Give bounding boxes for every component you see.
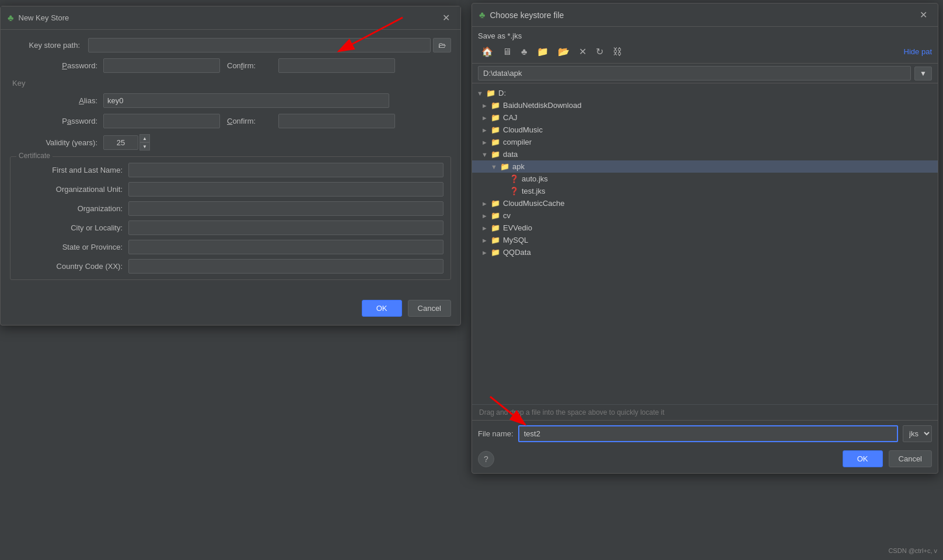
state-province-row: State or Province: (18, 240, 443, 254)
toolbar-link-button[interactable]: ⛓ (609, 44, 626, 60)
keyfile-footer: File name: jks (472, 420, 938, 447)
filename-input[interactable] (518, 425, 898, 442)
folder-icon-evvedio: 📁 (491, 223, 500, 232)
key-store-path-row: Key store path: 🗁 (10, 38, 451, 52)
tree-label-baidu: BaiduNetdiskDownload (503, 101, 581, 110)
country-code-row: Country Code (XX): (18, 259, 443, 274)
keyfile-title-left: ♣ Choose keystore file (479, 10, 564, 20)
help-button[interactable]: ? (478, 451, 494, 467)
keyfile-close-button[interactable]: ✕ (916, 8, 931, 22)
tree-item-compiler[interactable]: ► 📁 compiler (472, 136, 938, 148)
path-bar: ▼ (472, 64, 938, 83)
filename-label: File name: (478, 429, 514, 438)
keyfile-cancel-button[interactable]: Cancel (889, 450, 932, 467)
key-store-path-input[interactable] (88, 38, 431, 52)
alias-row: Alias: (10, 93, 451, 108)
chevron-caj: ► (481, 114, 491, 121)
save-as-label: Save as *.jks (472, 27, 938, 40)
tree-label-d-root: D: (498, 89, 506, 97)
country-code-label: Country Code (XX): (18, 262, 128, 271)
toolbar-home-button[interactable]: 🏠 (478, 44, 497, 60)
tree-label-cloudmusic: CloudMusic (503, 125, 543, 134)
keystore-close-button[interactable]: ✕ (439, 11, 453, 24)
keystore-footer: OK Cancel (1, 294, 460, 325)
browse-folder-button[interactable]: 🗁 (433, 38, 451, 52)
tree-item-mysql[interactable]: ► 📁 MySQL (472, 234, 938, 246)
key-confirm-label: Confirm: (220, 117, 278, 125)
keystore-ok-button[interactable]: OK (362, 300, 402, 317)
validity-input[interactable] (103, 135, 138, 150)
alias-label: Alias: (10, 96, 103, 105)
tree-label-test-jks: test.jks (522, 187, 545, 195)
android-icon-keystore: ♣ (8, 13, 14, 23)
validity-spinner-btns: ▲ ▼ (139, 134, 150, 150)
city-locality-input[interactable] (128, 220, 443, 235)
hide-path-button[interactable]: Hide pat (904, 47, 932, 56)
toolbar-refresh-button[interactable]: ↻ (592, 44, 607, 60)
folder-icon-data: 📁 (491, 150, 500, 159)
country-code-input[interactable] (128, 259, 443, 274)
folder-icon-caj: 📁 (491, 113, 500, 122)
validity-spinner: ▲ ▼ (103, 134, 150, 150)
file-tree: ▼ 📁 D: ► 📁 BaiduNetdiskDownload ► 📁 CAJ … (472, 83, 938, 404)
folder-icon-d-root: 📁 (486, 89, 495, 97)
validity-up-button[interactable]: ▲ (139, 134, 150, 142)
chevron-baidu: ► (481, 102, 491, 109)
drag-hint: Drag and drop a file into the space abov… (472, 404, 938, 420)
keyfile-dialog: ♣ Choose keystore file ✕ Save as *.jks 🏠… (472, 3, 938, 474)
toolbar-new-folder-button[interactable]: 📂 (554, 44, 573, 60)
state-province-input[interactable] (128, 240, 443, 254)
keystore-password-input[interactable] (103, 58, 220, 73)
alias-input[interactable] (103, 93, 389, 108)
validity-down-button[interactable]: ▼ (139, 142, 150, 150)
filetype-select[interactable]: jks (903, 425, 932, 442)
keyfile-dialog-title: Choose keystore file (490, 10, 564, 20)
keystore-title-bar: ♣ New Key Store ✕ (1, 6, 460, 30)
keystore-cancel-button[interactable]: Cancel (408, 300, 451, 317)
tree-item-cloudmusic[interactable]: ► 📁 CloudMusic (472, 124, 938, 136)
key-password-row: Password: Confirm: (10, 114, 451, 128)
organization-input[interactable] (128, 201, 443, 216)
validity-row: Validity (years): ▲ ▼ (10, 134, 451, 150)
tree-item-auto-jks[interactable]: ► ❓ auto.jks (472, 173, 938, 185)
key-password-input[interactable] (103, 114, 220, 128)
organization-row: Organization: (18, 201, 443, 216)
certificate-section: Certificate First and Last Name: Organiz… (10, 156, 451, 280)
folder-icon-mysql: 📁 (491, 236, 500, 244)
keystore-password-label: Password: (10, 61, 103, 70)
tree-item-cloudmusiccache[interactable]: ► 📁 CloudMusicCache (472, 197, 938, 209)
tree-item-apk[interactable]: ▼ 📁 apk (472, 160, 938, 173)
tree-item-caj[interactable]: ► 📁 CAJ (472, 111, 938, 124)
toolbar-folder-button[interactable]: 📁 (533, 44, 552, 60)
city-locality-row: City or Locality: (18, 220, 443, 235)
keyfile-ok-button[interactable]: OK (843, 450, 883, 467)
key-confirm-input[interactable] (278, 114, 395, 128)
path-display-input[interactable] (478, 66, 911, 80)
key-section-label: Key (10, 79, 451, 88)
tree-label-cv: cv (503, 211, 511, 220)
keystore-password-row: Password: Confirm: (10, 58, 451, 73)
tree-item-test-jks[interactable]: ► ❓ test.jks (472, 185, 938, 197)
key-password-label: Password: (10, 117, 103, 125)
path-dropdown-button[interactable]: ▼ (914, 66, 932, 80)
org-unit-input[interactable] (128, 182, 443, 197)
state-province-label: State or Province: (18, 243, 128, 251)
toolbar-monitor-button[interactable]: 🖥 (499, 44, 515, 60)
tree-item-cv[interactable]: ► 📁 cv (472, 209, 938, 222)
tree-item-evvedio[interactable]: ► 📁 EVVedio (472, 222, 938, 234)
keystore-dialog: ♣ New Key Store ✕ Key store path: 🗁 Pass… (0, 6, 461, 326)
chevron-cloudmusiccache: ► (481, 200, 491, 207)
toolbar-android-button[interactable]: ♣ (518, 44, 531, 60)
tree-label-cloudmusiccache: CloudMusicCache (503, 199, 565, 208)
tree-label-auto-jks: auto.jks (522, 174, 548, 183)
tree-label-mysql: MySQL (503, 236, 528, 244)
tree-item-baidu[interactable]: ► 📁 BaiduNetdiskDownload (472, 99, 938, 111)
tree-item-d-root[interactable]: ▼ 📁 D: (472, 87, 938, 99)
toolbar-delete-button[interactable]: ✕ (575, 44, 590, 60)
keystore-confirm-input[interactable] (278, 58, 395, 73)
chevron-mysql: ► (481, 237, 491, 244)
tree-item-qqdata[interactable]: ► 📁 QQData (472, 246, 938, 258)
first-last-name-input[interactable] (128, 163, 443, 177)
tree-item-data[interactable]: ▼ 📁 data (472, 148, 938, 160)
chevron-d-root: ▼ (477, 90, 486, 97)
